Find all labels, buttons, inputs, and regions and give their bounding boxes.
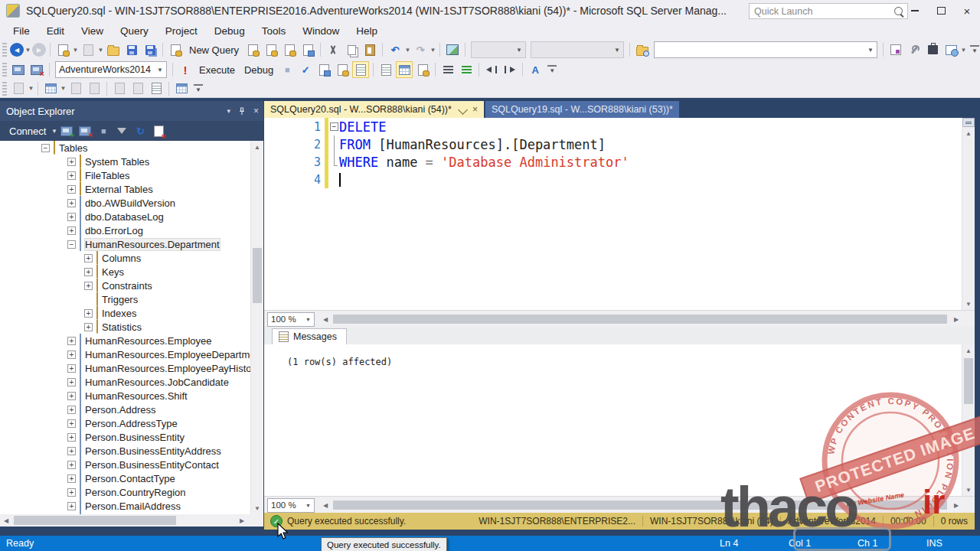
tree-item-dbo-errorlog[interactable]: +dbo.ErrorLog [0, 223, 263, 237]
add-item-dropdown[interactable]: ▼ [97, 47, 104, 54]
results-to-file-icon[interactable] [414, 61, 431, 78]
undo-icon[interactable]: ↶ [387, 41, 403, 58]
tree-item-person-contacttype[interactable]: +Person.ContactType [0, 471, 263, 485]
tree-item-dbo-awbuildversion[interactable]: +dbo.AWBuildVersion [0, 196, 263, 210]
increase-indent-icon[interactable] [501, 61, 518, 78]
expand-icon[interactable]: + [67, 350, 76, 359]
menu-debug[interactable]: Debug [206, 23, 253, 39]
change-connection-icon[interactable] [28, 61, 45, 78]
splitter-handle[interactable] [962, 118, 975, 127]
tree-item-humanresources-department[interactable]: −HumanResources.Department [0, 237, 263, 251]
menu-edit[interactable]: Edit [38, 23, 73, 39]
expand-icon[interactable]: + [67, 378, 76, 386]
tree-item-person-businessentityaddress[interactable]: +Person.BusinessEntityAddress [0, 444, 263, 458]
collapse-icon[interactable]: − [41, 144, 50, 152]
specify-values-icon[interactable] [352, 61, 369, 78]
connect-database-icon[interactable] [10, 61, 27, 78]
expand-icon[interactable]: + [67, 199, 76, 207]
document-tab-2[interactable]: SQLQuery19.sql - W...SOR888\kiani (53))* [485, 101, 679, 118]
find-folder-icon[interactable] [634, 41, 651, 58]
tree-item-external-tables[interactable]: +External Tables [0, 182, 263, 196]
run-query-icon[interactable] [67, 80, 84, 97]
collapse-icon[interactable]: − [67, 240, 76, 249]
code-line-3[interactable]: 3WHERE name = 'Database Administrator' [264, 153, 975, 171]
expand-icon[interactable]: + [67, 406, 76, 414]
tree-item-person-addresstype[interactable]: +Person.AddressType [0, 416, 263, 430]
show-diagram-pane-icon[interactable] [10, 80, 27, 97]
diagram-pane-dropdown[interactable]: ▼ [28, 85, 34, 92]
oe-connect-icon[interactable] [58, 122, 75, 139]
expand-icon[interactable]: + [67, 364, 76, 373]
menu-view[interactable]: View [73, 23, 112, 39]
expand-icon[interactable]: + [67, 213, 76, 221]
tree-item-person-countryregion[interactable]: +Person.CountryRegion [0, 485, 263, 499]
connect-dropdown[interactable]: ▼ [51, 128, 57, 135]
decrease-indent-icon[interactable] [483, 61, 500, 78]
tree-item-dbo-databaselog[interactable]: +dbo.DatabaseLog [0, 210, 263, 223]
pin-icon[interactable] [458, 105, 468, 115]
dmx-query-icon[interactable] [281, 41, 298, 58]
nav-forward-icon[interactable]: ▶ [32, 43, 46, 57]
minimize-button[interactable] [902, 0, 928, 21]
toolbar-combo-disabled-1[interactable]: ▼ [471, 41, 526, 58]
mdx-query-icon[interactable] [263, 41, 279, 58]
expand-icon[interactable]: + [67, 433, 76, 442]
tree-item-constraints[interactable]: +Constraints [0, 279, 263, 292]
new-query-icon[interactable] [167, 41, 184, 58]
editor-zoom-select[interactable]: 100 %▼ [267, 312, 315, 327]
document-tab-1[interactable]: SQLQuery20.sql - W...SOR888\kiani (54))*… [264, 101, 484, 118]
close-button[interactable]: × [954, 0, 980, 21]
database-selector[interactable]: AdventureWorks2014▼ [55, 61, 167, 78]
object-explorer-vscrollbar[interactable]: ▲ ▼ [250, 141, 263, 514]
expand-icon[interactable]: + [84, 254, 93, 262]
new-query-button[interactable]: New Query [189, 44, 239, 56]
tree-item-system-tables[interactable]: +System Tables [0, 155, 263, 168]
menu-help[interactable]: Help [348, 23, 386, 39]
navigate-icon[interactable] [887, 41, 904, 58]
tree-item-person-businessentitycontact[interactable]: +Person.BusinessEntityContact [0, 458, 263, 471]
new-project-dropdown[interactable]: ▼ [72, 47, 79, 54]
collapse-icon[interactable]: − [330, 122, 338, 131]
copy-icon[interactable] [343, 41, 360, 58]
sql-editor[interactable]: 1−DELETE2FROM [HumanResources].[Departme… [264, 118, 975, 310]
show-results-pane-icon[interactable] [148, 80, 165, 97]
menu-tools[interactable]: Tools [253, 23, 295, 39]
show-criteria-pane-icon[interactable] [111, 80, 128, 97]
tree-item-humanresources-employeedepartmenthistory[interactable]: +HumanResources.EmployeeDepartmentHistor… [0, 347, 263, 361]
nav-back-dropdown[interactable]: ▼ [24, 47, 31, 54]
expand-icon[interactable]: + [67, 419, 76, 428]
toolbox-icon[interactable] [924, 41, 941, 58]
expand-icon[interactable]: + [84, 309, 93, 318]
messages-vscrollbar[interactable]: ▲ ▼ [962, 344, 975, 496]
oe-filter-icon[interactable] [113, 122, 130, 139]
expand-icon[interactable]: + [67, 392, 76, 400]
database-engine-query-icon[interactable] [244, 41, 261, 58]
open-file-icon[interactable] [105, 41, 122, 58]
cut-icon[interactable] [325, 41, 341, 58]
toolbar-combo-disabled-2[interactable]: ▼ [531, 41, 624, 58]
results-to-grid-icon[interactable] [396, 61, 413, 78]
menu-file[interactable]: File [5, 23, 38, 39]
menu-project[interactable]: Project [157, 23, 206, 39]
comment-icon[interactable] [439, 61, 456, 78]
expand-icon[interactable]: + [67, 185, 76, 194]
tree-item-tables[interactable]: −Tables [0, 141, 263, 155]
standard-toolbar-overflow-icon[interactable]: ▼ [970, 45, 979, 54]
save-all-icon[interactable] [142, 41, 158, 58]
execute-icon[interactable]: ! [177, 61, 194, 78]
tree-item-triggers[interactable]: Triggers [0, 292, 263, 306]
save-icon[interactable] [123, 41, 140, 58]
parse-icon[interactable]: ✓ [297, 61, 314, 78]
tree-item-humanresources-shift[interactable]: +HumanResources.Shift [0, 389, 263, 403]
restore-button[interactable] [928, 0, 954, 21]
oe-refresh-icon[interactable]: ↻ [132, 122, 149, 139]
code-line-4[interactable]: 4 [264, 171, 975, 188]
execute-button[interactable]: Execute [199, 64, 235, 76]
expand-icon[interactable]: + [67, 447, 76, 455]
expand-icon[interactable]: + [67, 158, 76, 166]
object-explorer-titlebar[interactable]: Object Explorer ▾ × [0, 101, 263, 121]
stop-icon[interactable]: ■ [279, 61, 296, 78]
nav-back-icon[interactable]: ◀ [10, 43, 24, 57]
sql-toolbar-overflow-icon[interactable]: ▼ [547, 65, 557, 74]
xmla-query-icon[interactable] [299, 41, 316, 58]
